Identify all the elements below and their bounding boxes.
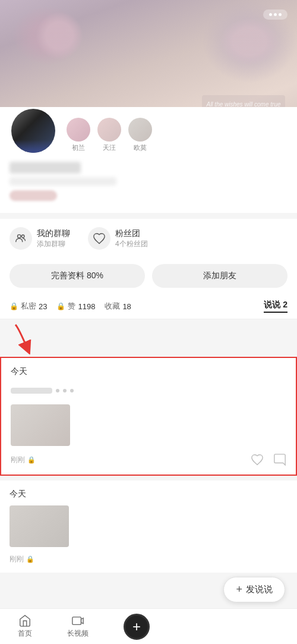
stats-row: 🔒 私密 23 🔒 赞 1198 收藏 18 说说 2: [0, 294, 297, 319]
private-label: 私密: [21, 301, 36, 312]
friend-group-1[interactable]: 初兰: [67, 118, 90, 152]
friend-avatar-1: [67, 118, 90, 142]
nav-home[interactable]: 首页: [18, 614, 32, 639]
level-blurred: [10, 190, 57, 201]
home-icon: [18, 614, 31, 627]
lock-icon-like: 🔒: [56, 302, 65, 310]
stat-private[interactable]: 🔒 私密 23: [10, 301, 47, 312]
arrow-container: [0, 319, 297, 357]
post-date-1: 今天: [11, 366, 286, 377]
group-chat-icon: [10, 227, 32, 250]
friend-avatar-2: [97, 118, 121, 142]
dot-c: [70, 389, 74, 392]
avatar-row: 初兰 天汪 欧莫: [10, 107, 287, 155]
buttons-row: 完善资料 80% 添加朋友: [0, 258, 297, 294]
nav-add-icon: +: [132, 618, 141, 635]
action-icons-row: 我的群聊 添加群聊 粉丝团 4个粉丝团: [0, 219, 297, 258]
userid-blurred: [10, 177, 116, 186]
fans-icon: [88, 227, 110, 250]
nav-home-label: 首页: [18, 629, 32, 639]
video-icon: [71, 614, 84, 627]
fab-container: + 发说说: [223, 577, 285, 602]
dot1: [269, 13, 272, 16]
post-image-2: [10, 505, 69, 547]
complete-profile-button[interactable]: 完善资料 80%: [10, 264, 145, 288]
svg-point-1: [21, 235, 24, 238]
username-blurred: [10, 162, 81, 174]
post-content-1: [11, 383, 286, 398]
nav-video-label: 长视频: [67, 629, 89, 639]
lock-icon-post-2: 🔒: [26, 555, 34, 563]
fans-title: 粉丝团: [115, 228, 148, 239]
post-time-label-2: 刚刚: [10, 554, 24, 564]
fans-item[interactable]: 粉丝团 4个粉丝团: [88, 227, 148, 250]
fans-sub: 4个粉丝团: [115, 239, 148, 249]
more-button[interactable]: [263, 10, 287, 20]
friend-name-3: 欧莫: [134, 143, 147, 152]
post-item-2: 今天 刚刚 🔒: [0, 480, 297, 573]
post-item-1: 今天 刚刚 🔒: [0, 357, 297, 476]
collect-count: 18: [122, 302, 131, 311]
tab-label: 说说: [264, 300, 280, 309]
bottom-nav: 首页 长视频 +: [0, 608, 297, 644]
svg-rect-3: [72, 617, 81, 625]
friend-avatar-3: [128, 118, 152, 142]
stat-collect[interactable]: 收藏 18: [105, 301, 131, 312]
nav-add-button[interactable]: +: [124, 614, 150, 640]
stat-like[interactable]: 🔒 赞 1198: [56, 301, 95, 312]
dot-a: [56, 389, 59, 392]
fab-label: 发说说: [246, 584, 273, 595]
friend-group-3[interactable]: 欧莫: [128, 118, 152, 152]
lock-icon-post-1: 🔒: [27, 456, 36, 464]
post-actions-1: [251, 453, 286, 466]
dot3: [279, 13, 282, 16]
nav-video[interactable]: 长视频: [67, 614, 89, 639]
friend-group-2[interactable]: 天汪: [97, 118, 121, 152]
add-friend-button[interactable]: 添加朋友: [152, 264, 287, 288]
post-time-2: 刚刚 🔒: [10, 554, 34, 564]
add-friend-label: 添加朋友: [203, 271, 236, 281]
dot-b: [63, 389, 67, 392]
banner-text: All the wishes will come true: [206, 101, 280, 108]
dot2: [274, 13, 277, 16]
post-time-1: 刚刚 🔒: [11, 455, 36, 465]
group-chat-item[interactable]: 我的群聊 添加群聊: [10, 227, 70, 250]
post-image-1: [11, 404, 70, 446]
group-chat-sub: 添加群聊: [37, 239, 70, 249]
red-arrow: [10, 322, 57, 354]
profile-section: 初兰 天汪 欧莫: [0, 107, 297, 213]
like-label: 赞: [68, 301, 75, 312]
like-count: 1198: [78, 302, 95, 311]
post-time-label-1: 刚刚: [11, 455, 25, 465]
group-chat-text: 我的群聊 添加群聊: [37, 228, 70, 249]
tab-shuoshuo[interactable]: 说说 2: [264, 300, 287, 313]
fans-text: 粉丝团 4个粉丝团: [115, 228, 148, 249]
group-chat-title: 我的群聊: [37, 228, 70, 239]
complete-profile-label: 完善资料 80%: [51, 271, 103, 281]
tab-count: 2: [283, 300, 287, 309]
text-placeholder-1: [11, 388, 52, 394]
content-area: 今天 刚刚 🔒: [0, 357, 297, 573]
svg-point-0: [18, 235, 21, 238]
collect-label: 收藏: [105, 301, 120, 312]
friend-name-1: 初兰: [72, 143, 85, 152]
lock-icon-private: 🔒: [10, 302, 18, 310]
fab-plus-icon: +: [236, 583, 242, 596]
create-post-button[interactable]: + 发说说: [223, 577, 285, 602]
post-footer-1: 刚刚 🔒: [11, 453, 286, 466]
private-count: 23: [39, 302, 47, 311]
post-footer-2: 刚刚 🔒: [10, 554, 287, 564]
like-button-1[interactable]: [251, 453, 264, 466]
friend-name-2: 天汪: [103, 143, 116, 152]
avatar[interactable]: [10, 107, 57, 155]
comment-button-1[interactable]: [273, 453, 286, 466]
post-date-2: 今天: [10, 489, 287, 500]
